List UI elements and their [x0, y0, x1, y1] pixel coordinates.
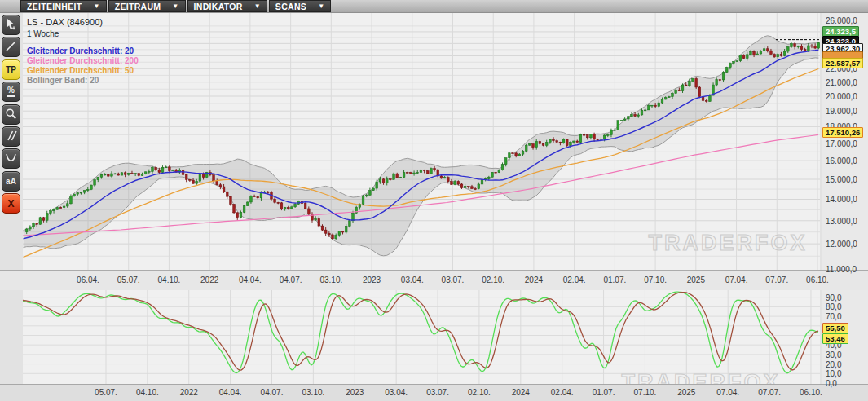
parallel-lines-icon	[5, 130, 17, 143]
time-axis-label: 07.04.	[725, 275, 748, 284]
oscillator-axis-label: 30,0	[826, 350, 841, 359]
oscillator-axis-label: 90,0	[826, 293, 841, 302]
time-axis-label: 07.04.	[716, 388, 739, 397]
time-axis-label: 07.07.	[758, 388, 781, 397]
chevron-down-icon: ▼	[93, 2, 99, 10]
chevron-down-icon: ▼	[254, 2, 261, 10]
time-axis-label: 02.04.	[563, 275, 586, 284]
time-axis-label: 2025	[687, 275, 705, 284]
time-axis-label: 2024	[512, 388, 530, 397]
price-axis-label: 11.000,0	[826, 265, 857, 274]
parallel-lines-tool-button[interactable]	[2, 126, 20, 147]
time-axis-label: 05.07.	[117, 275, 140, 284]
time-axis-label: 06.10.	[800, 388, 822, 397]
price-axis-label: 19.000,0	[826, 107, 857, 116]
time-axis-label: 07.10.	[644, 275, 667, 284]
zoom-tool-button[interactable]	[2, 104, 20, 125]
price-axis-label: 15.000,0	[826, 175, 857, 184]
toolbar-menus: ZEITEINHEIT▼ZEITRAUM▼INDIKATOR▼SCANS▼	[20, 0, 331, 12]
time-axis-label: 04.04.	[219, 388, 242, 397]
price-axis-label: 20.000,0	[826, 92, 857, 101]
time-axis-label: 04.07.	[280, 275, 302, 284]
time-axis-label: 05.07.	[95, 388, 117, 397]
menu-zeitraum[interactable]: ZEITRAUM▼	[108, 0, 186, 12]
oscillator-axis-label: 70,0	[826, 312, 841, 321]
menu-scans[interactable]: SCANS▼	[269, 0, 331, 12]
stochastic-slow-badge: 55,50	[822, 323, 848, 333]
time-axis-label: 06.10.	[806, 275, 829, 284]
oscillator-axis-label: 10,0	[826, 369, 841, 378]
time-axis-label: 04.04.	[239, 275, 262, 284]
close-tool-button[interactable]: X	[2, 193, 20, 214]
time-axis-label: 04.10.	[136, 388, 159, 397]
menu-label: ZEITEINHEIT	[27, 2, 82, 11]
time-axis-label: 2023	[346, 388, 364, 397]
menu-label: ZEITRAUM	[115, 2, 161, 11]
indicator-legend: Gleitender Durchschnitt: 20Gleitender Du…	[27, 46, 139, 86]
time-axis-label: 01.07.	[593, 388, 615, 397]
price-axis-label: 17.000,0	[826, 139, 857, 148]
pointer-tool-button[interactable]	[2, 15, 20, 35]
price-axis-label: 16.000,0	[826, 156, 857, 165]
price-axis-label: 21.000,0	[826, 78, 857, 87]
time-axis-label: 01.07.	[603, 275, 626, 284]
legend-item: Bollinger Band: 20	[27, 76, 139, 86]
time-axis-label: 03.07.	[442, 275, 465, 284]
time-axis-label: 04.10.	[158, 275, 181, 284]
pointer-icon	[5, 18, 17, 32]
arc-icon	[5, 152, 17, 165]
time-axis-label: 03.10.	[302, 388, 324, 397]
menu-label: SCANS	[275, 2, 306, 11]
target-price-label: TP	[6, 65, 16, 74]
time-axis-label: 03.10.	[319, 275, 342, 284]
arc-tool-button[interactable]	[2, 148, 20, 169]
instrument-title: LS - DAX (846900)	[27, 17, 103, 27]
chevron-down-icon: ▼	[172, 2, 178, 10]
price-axis-label: 26.000,0	[826, 16, 857, 25]
legend-item: Gleitender Durchschnitt: 20	[27, 46, 139, 56]
time-axis-label: 07.10.	[634, 388, 657, 397]
time-axis-label: 06.04.	[77, 275, 99, 284]
oscillator-axis-label: 20,0	[826, 360, 841, 369]
time-axis-label: 03.07.	[426, 388, 449, 397]
watermark: TRADERFOX	[649, 231, 808, 255]
time-axis-label: 02.10.	[468, 388, 491, 397]
time-axis-label: 03.04.	[385, 388, 408, 397]
timeframe-label: 1 Woche	[27, 29, 59, 38]
zoom-icon	[5, 108, 17, 121]
time-axis-label: 04.07.	[261, 388, 284, 397]
text-size-label: aA	[6, 177, 16, 186]
trendline-icon	[5, 40, 17, 54]
close-label: X	[7, 198, 14, 209]
time-axis-label: 2023	[363, 275, 381, 284]
time-axis-label: 2022	[200, 275, 218, 284]
legend-item: Gleitender Durchschnitt: 50	[27, 66, 139, 76]
time-axis-label: 2022	[180, 388, 198, 397]
target-price-tool-button[interactable]: TP	[2, 59, 20, 80]
bollinger-value-badge: 22.587,57	[822, 58, 863, 68]
chevron-down-icon: ▼	[318, 2, 324, 10]
time-axis-label: 02.10.	[482, 275, 504, 284]
time-axis-label: 2024	[525, 275, 543, 284]
price-axis-label: 13.000,0	[826, 217, 857, 226]
time-axis-label: 07.07.	[765, 275, 788, 284]
price-axis-label: 12.000,0	[826, 240, 857, 249]
trendline-tool-button[interactable]	[2, 37, 20, 57]
menu-label: INDIKATOR	[194, 2, 243, 11]
time-axis-label: 03.04.	[401, 275, 424, 284]
menu-indikator[interactable]: INDIKATOR▼	[187, 0, 267, 12]
text-size-tool-button[interactable]: aA	[2, 171, 20, 192]
ma200-value-badge: 17.510,26	[822, 127, 863, 138]
oscillator-axis-label: 80,0	[826, 302, 841, 311]
percent-tool-button[interactable]: %	[2, 82, 20, 102]
legend-item: Gleitender Durchschnitt: 200	[27, 56, 139, 66]
price-axis-label: 14.000,0	[826, 195, 857, 204]
menu-zeiteinheit[interactable]: ZEITEINHEIT▼	[20, 0, 107, 12]
time-axis-label: 2025	[677, 388, 695, 397]
oscillator-axis-label: 0,0	[826, 379, 837, 388]
top-toolbar: ZEITEINHEIT▼ZEITRAUM▼INDIKATOR▼SCANS▼	[0, 0, 868, 13]
time-axis-label: 02.04.	[551, 388, 574, 397]
percent-icon: %	[7, 86, 15, 97]
trading-chart-app: TRADERFOXTRADERFOX ZEITEINHEIT▼ZEITRAUM▼…	[0, 0, 868, 401]
stochastic-fast-badge: 53,46	[822, 333, 848, 344]
